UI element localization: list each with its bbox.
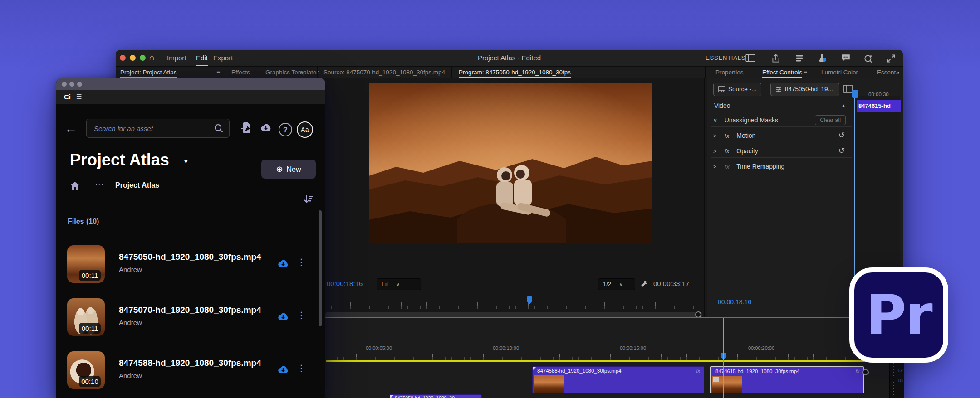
close-window-button[interactable] bbox=[62, 82, 67, 87]
settings-wrench-icon[interactable] bbox=[640, 279, 649, 290]
kebab-menu-icon[interactable]: ⋮ bbox=[297, 310, 306, 320]
beta-flask-icon[interactable] bbox=[817, 53, 827, 63]
search-input[interactable] bbox=[94, 119, 207, 137]
list-item[interactable]: 00:11 8475050-hd_1920_1080_30fps.mp4 And… bbox=[56, 244, 315, 289]
program-panel-menu-icon[interactable]: ≡ bbox=[566, 67, 570, 78]
timeline-playhead-line[interactable] bbox=[723, 318, 724, 398]
clear-all-button[interactable]: Clear all bbox=[815, 115, 846, 125]
project-title[interactable]: Project Atlas bbox=[70, 150, 169, 170]
project-panel-menu-icon[interactable]: ≡ bbox=[216, 67, 220, 78]
timeline-clip-8474615[interactable]: 8474615-hd_1920_1080_30fps.mp4 fx bbox=[710, 366, 864, 393]
breadcrumb-current[interactable]: Project Atlas bbox=[115, 181, 159, 189]
import-file-icon[interactable] bbox=[240, 121, 252, 136]
list-item[interactable]: 00:11 8475070-hd_1920_1080_30fps.mp4 And… bbox=[56, 297, 315, 342]
reset-icon[interactable]: ↺ bbox=[838, 129, 845, 142]
tab-effect-controls[interactable]: Effect Controls bbox=[762, 67, 802, 78]
back-arrow-icon[interactable]: ← bbox=[64, 121, 77, 136]
scrollbar-handle[interactable] bbox=[695, 311, 701, 318]
video-row-label: Video bbox=[710, 102, 730, 109]
menu-edit[interactable]: Edit bbox=[196, 50, 208, 66]
maximize-window-button[interactable] bbox=[77, 82, 82, 87]
source-clip-button[interactable]: Source -... bbox=[713, 83, 761, 96]
ec-playhead-marker[interactable] bbox=[852, 90, 858, 98]
asset-window-titlebar[interactable] bbox=[56, 78, 325, 90]
ai-search-icon[interactable] bbox=[863, 53, 873, 63]
new-button[interactable]: ⊕New bbox=[261, 160, 316, 179]
reset-icon[interactable]: ↺ bbox=[838, 144, 845, 158]
timeline-clip-8475050[interactable]: 8475050-hd_1920_1080_30... bbox=[390, 394, 482, 398]
ec-mini-clip[interactable]: 8474615-hd bbox=[857, 100, 901, 112]
ec-row-time-remapping[interactable]: > fx Time Remapping bbox=[710, 160, 852, 173]
menu-export[interactable]: Export bbox=[213, 50, 233, 66]
collapse-icon[interactable]: ▲ bbox=[841, 99, 846, 112]
file-name[interactable]: 8474588-hd_1920_1080_30fps.mp4 bbox=[119, 358, 261, 368]
clip-selector-dropdown[interactable]: 8475050-hd_19... bbox=[770, 83, 839, 96]
ec-row-motion[interactable]: > fx Motion ↺ bbox=[710, 129, 852, 142]
home-icon[interactable]: ⌂ bbox=[149, 53, 154, 63]
kebab-menu-icon[interactable]: ⋮ bbox=[297, 257, 306, 267]
cloud-download-icon[interactable] bbox=[277, 311, 289, 324]
menu-import[interactable]: Import bbox=[167, 50, 186, 66]
ec-current-timecode[interactable]: 00:00:18:16 bbox=[718, 298, 751, 306]
clip-selector-value: 8475050-hd_19... bbox=[785, 86, 833, 92]
tab-essentials[interactable]: Essent bbox=[877, 67, 898, 78]
zoom-level-select[interactable]: Fit ∨ bbox=[377, 278, 421, 290]
cloud-download-icon[interactable] bbox=[260, 122, 272, 135]
search-icon[interactable] bbox=[214, 123, 224, 135]
timeline-ruler[interactable] bbox=[326, 354, 884, 360]
ec-row-opacity[interactable]: > fx Opacity ↺ bbox=[710, 144, 852, 158]
maximize-window-button[interactable] bbox=[140, 55, 146, 61]
tab-overflow-icon[interactable]: » bbox=[300, 67, 304, 78]
tab-lumetri-color[interactable]: Lumetri Color bbox=[821, 67, 858, 78]
app-logo: Ci bbox=[64, 93, 71, 101]
timeline-clip-8474588[interactable]: 8474588-hd_1920_1080_30fps.mp4 fx bbox=[532, 366, 704, 393]
meter-label: -12 bbox=[896, 368, 902, 373]
program-monitor-panel: 00:00:18:16 Fit ∨ 1/2 ∨ 00:00:33:17 ∨ bbox=[322, 78, 705, 317]
chevron-down-icon[interactable]: ∨ bbox=[710, 117, 717, 124]
share-icon[interactable] bbox=[771, 53, 781, 63]
time-remapping-label: Time Remapping bbox=[731, 163, 784, 170]
cloud-download-icon[interactable] bbox=[277, 258, 289, 271]
avatar[interactable]: Aa bbox=[297, 121, 313, 138]
tab-effects[interactable]: Effects bbox=[231, 67, 250, 78]
file-name[interactable]: 8475070-hd_1920_1080_30fps.mp4 bbox=[119, 305, 261, 315]
breadcrumb-home-icon[interactable] bbox=[70, 181, 80, 192]
program-scrub-ruler[interactable] bbox=[325, 296, 704, 309]
effect-controls-menu-icon[interactable]: ≡ bbox=[804, 67, 807, 78]
list-item[interactable]: 00:10 8474588-hd_1920_1080_30fps.mp4 And… bbox=[56, 350, 315, 395]
workspace-label[interactable]: ESSENTIALS bbox=[706, 50, 745, 66]
playback-resolution-select[interactable]: 1/2 ∨ bbox=[598, 278, 635, 290]
tab-source-monitor[interactable]: Source: 8475070-hd_1920_1080_30fps.mp4 bbox=[323, 67, 445, 78]
help-icon[interactable]: ? bbox=[279, 123, 292, 136]
hamburger-icon[interactable]: ☰ bbox=[76, 93, 82, 100]
chevron-right-icon[interactable]: > bbox=[710, 148, 716, 155]
render-queue-icon[interactable] bbox=[794, 53, 804, 63]
asset-scrollbar[interactable] bbox=[318, 210, 322, 326]
cloud-download-icon[interactable] bbox=[277, 364, 289, 377]
program-current-timecode[interactable]: 00:00:18:16 bbox=[327, 280, 363, 287]
minimize-window-button[interactable] bbox=[69, 82, 74, 87]
program-video-preview[interactable] bbox=[369, 83, 652, 243]
chevron-right-icon[interactable]: > bbox=[710, 133, 716, 139]
split-view-icon[interactable] bbox=[843, 84, 853, 95]
breadcrumb-ellipsis[interactable]: ... bbox=[95, 179, 104, 187]
comments-icon[interactable] bbox=[841, 53, 851, 63]
minimize-window-button[interactable] bbox=[130, 55, 136, 61]
right-tabs-overflow-icon[interactable]: » bbox=[896, 67, 900, 78]
workspaces-panel-icon[interactable] bbox=[745, 53, 755, 63]
timeline-vertical-scrollbar[interactable] bbox=[862, 369, 869, 375]
tab-graphics-templates[interactable]: Graphics Templates bbox=[265, 67, 319, 78]
sort-icon[interactable] bbox=[303, 194, 314, 206]
tab-program-monitor[interactable]: Program: 8475050-hd_1920_1080_30fps bbox=[459, 67, 571, 78]
chevron-right-icon[interactable]: > bbox=[710, 164, 716, 170]
tab-project[interactable]: Project: Project Atlas bbox=[120, 67, 177, 78]
fx-badge: fx bbox=[855, 369, 859, 374]
fullscreen-icon[interactable] bbox=[886, 53, 896, 63]
work-area-bar[interactable] bbox=[326, 360, 888, 362]
file-name[interactable]: 8475050-hd_1920_1080_30fps.mp4 bbox=[119, 252, 261, 262]
tab-properties[interactable]: Properties bbox=[715, 67, 744, 78]
caret-down-icon[interactable]: ▾ bbox=[184, 157, 188, 165]
close-window-button[interactable] bbox=[120, 55, 126, 61]
ruler-label: 00:00:20:00 bbox=[748, 345, 774, 351]
kebab-menu-icon[interactable]: ⋮ bbox=[297, 363, 306, 374]
